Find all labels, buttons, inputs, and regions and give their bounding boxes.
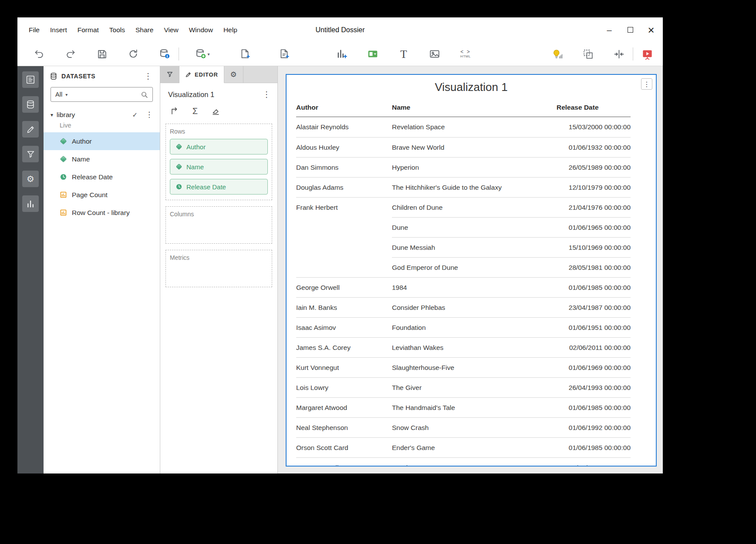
cell-name: Dune Messiah [392, 237, 557, 257]
clear-button[interactable] [210, 105, 221, 117]
cell-release-date: 01/06/1951 00:00:00 [557, 317, 631, 337]
column-header-release-date[interactable]: Release Date [557, 98, 631, 117]
add-data-button[interactable]: ▾ [190, 45, 215, 63]
menu-item[interactable]: Help [218, 24, 243, 37]
cell-release-date: 01/06/1932 00:00:00 [557, 137, 631, 157]
insert-page-icon [240, 48, 251, 60]
menu-item[interactable]: Share [130, 24, 159, 37]
cell-release-date: 28/05/1981 00:00:00 [557, 257, 631, 277]
cell-name: Children of Dune [392, 197, 557, 217]
maximize-button[interactable] [626, 26, 634, 34]
cell-release-date: 21/04/1976 00:00:00 [557, 197, 631, 217]
menu-item[interactable]: Tools [104, 24, 130, 37]
tab-filter[interactable] [160, 66, 179, 83]
cell-name: Dune [392, 217, 557, 237]
redo-icon [65, 49, 76, 59]
chip-release-date[interactable]: Release Date [170, 179, 268, 195]
menu-item[interactable]: Insert [45, 24, 72, 37]
cell-release-date: 15/10/1969 00:00:00 [557, 237, 631, 257]
dataset-kebab-menu[interactable]: ⋮ [144, 110, 155, 119]
cell-author: Orson Scott Card [296, 437, 392, 457]
cell-name: Slaughterhouse-Five [392, 357, 557, 377]
rows-drop-zone[interactable]: Rows Author Name [165, 124, 272, 200]
fit-to-window-button[interactable] [610, 45, 628, 63]
menu-item[interactable]: File [24, 24, 45, 37]
window-controls: – × [605, 26, 655, 34]
insert-chapter-button[interactable] [276, 45, 293, 63]
visualization-card[interactable]: ⋮ Visualization 1 Author Name Release Da… [286, 74, 657, 467]
metric-icon [60, 191, 67, 198]
totals-button[interactable]: Σ [189, 105, 201, 117]
datasets-kebab-menu[interactable]: ⋮ [142, 71, 155, 81]
cell-name: Hyperion [392, 157, 557, 177]
cell-release-date: 01/06/1992 00:00:00 [557, 417, 631, 437]
refresh-icon [128, 49, 138, 59]
edit-rail-button[interactable] [22, 121, 39, 138]
visualization-name-row: Visualization 1 ⋮ [160, 83, 277, 104]
visualization-options-button[interactable]: ⋮ [641, 78, 652, 90]
dataset-field-page-count[interactable]: Page Count [44, 186, 160, 204]
cell-release-date: 12/10/1979 00:00:00 [557, 177, 631, 197]
minimize-button[interactable]: – [605, 26, 613, 34]
dataset-field-name[interactable]: Name [44, 150, 160, 168]
undo-button[interactable] [30, 45, 48, 63]
rows-zone-label: Rows [170, 128, 268, 135]
insert-visualization-button[interactable] [333, 45, 351, 63]
tab-editor[interactable]: EDITOR [179, 66, 224, 83]
filter-icon [26, 150, 35, 159]
insert-filter-panel-button[interactable] [364, 45, 381, 63]
cell-name: Consider Phlebas [392, 297, 557, 317]
dataset-name: library [57, 111, 75, 119]
editor-tab-strip: EDITOR ⚙ [160, 66, 277, 83]
cell-author: George Orwell [296, 277, 392, 297]
insert-image-button[interactable] [426, 45, 443, 63]
tab-format[interactable]: ⚙ [224, 66, 243, 83]
search-filter-dropdown[interactable]: All [55, 91, 62, 98]
visualization-kebab-menu[interactable]: ⋮ [260, 90, 273, 99]
insert-page-button[interactable] [236, 45, 254, 63]
add-data-chevron-icon: ▾ [207, 52, 209, 57]
swap-arrow-icon [170, 106, 179, 116]
insights-button[interactable] [548, 45, 566, 63]
dataset-info-button[interactable] [156, 45, 173, 63]
insert-text-button[interactable]: T [395, 45, 412, 63]
present-icon [641, 48, 653, 60]
settings-rail-button[interactable]: ⚙ [22, 171, 39, 187]
save-button[interactable] [93, 45, 111, 63]
search-icon[interactable] [141, 91, 148, 98]
refresh-button[interactable] [125, 45, 142, 63]
metrics-drop-zone[interactable]: Metrics [165, 250, 272, 287]
dataset-tree-item[interactable]: ▾ library ✓ ⋮ [44, 106, 160, 121]
dataset-field-release-date[interactable]: Release Date [44, 168, 160, 186]
pencil-icon [26, 125, 35, 134]
cell-author: Aldous Huxley [296, 137, 392, 157]
dataset-search[interactable]: All ▾ [51, 87, 153, 102]
insert-image-icon [429, 48, 440, 60]
columns-drop-zone[interactable]: Columns [165, 206, 272, 244]
menu-item[interactable]: Window [184, 24, 218, 37]
visualization-gallery-button[interactable] [22, 195, 39, 212]
present-button[interactable] [638, 45, 656, 63]
datasets-rail-button[interactable] [22, 96, 39, 113]
dataset-field-author[interactable]: Author [44, 132, 160, 150]
contents-button[interactable] [22, 71, 39, 88]
close-button[interactable]: × [647, 26, 655, 34]
insert-html-button[interactable]: < > HTML [457, 45, 474, 63]
dataset-field-row-count[interactable]: Row Count - library [44, 204, 160, 222]
cell-name: Foundation [392, 317, 557, 337]
chip-name[interactable]: Name [170, 159, 268, 175]
editor-actions: Σ [160, 104, 277, 122]
auto-arrange-button[interactable] [579, 45, 597, 63]
menu-item[interactable]: View [159, 24, 183, 37]
column-header-author[interactable]: Author [296, 98, 392, 117]
cell-author: Dan Simmons [296, 157, 392, 177]
chip-author[interactable]: Author [170, 139, 268, 154]
datasets-icon [50, 72, 57, 80]
redo-button[interactable] [62, 45, 79, 63]
column-header-name[interactable]: Name [392, 98, 557, 117]
menu-item[interactable]: Format [72, 24, 104, 37]
cell-release-date: 26/04/1993 00:00:00 [557, 377, 631, 397]
swap-rows-columns-button[interactable] [169, 105, 180, 117]
filter-rail-button[interactable] [22, 146, 39, 162]
tree-expand-caret-icon[interactable]: ▾ [51, 112, 53, 118]
